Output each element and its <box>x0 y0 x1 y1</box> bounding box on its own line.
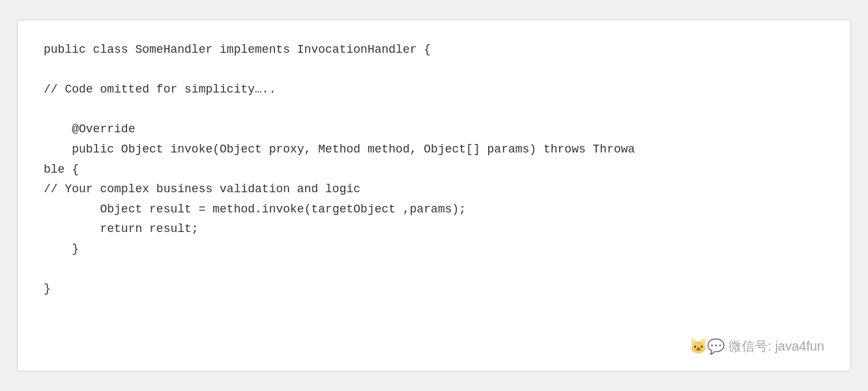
watermark-text: 微信号: java4fun <box>729 338 824 355</box>
code-block: public class SomeHandler implements Invo… <box>44 40 824 299</box>
watermark-icon: 🐱💬 <box>689 338 725 355</box>
watermark: 🐱💬 微信号: java4fun <box>689 338 824 355</box>
code-container: public class SomeHandler implements Invo… <box>17 20 851 371</box>
